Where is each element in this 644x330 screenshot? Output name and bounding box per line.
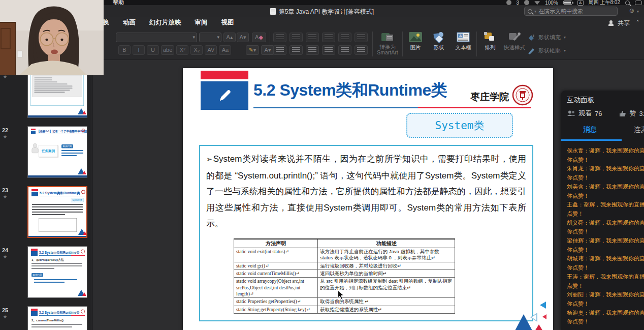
font-name-select[interactable]: ▾: [116, 33, 197, 42]
smartart-icon: [381, 32, 394, 43]
justify-button[interactable]: [322, 45, 335, 55]
numbering-button[interactable]: [289, 33, 303, 42]
system-class-badge[interactable]: System类: [406, 113, 513, 138]
slide-thumbnail-22[interactable]: 【任务5-1】记录一个子串在整串中出现的次数 任务案例 案例代码: [27, 126, 87, 178]
collapse-ribbon-chevron[interactable]: ⌃: [636, 19, 640, 25]
viewer-count: 观看76: [567, 109, 602, 118]
active-tab-underline: [561, 139, 622, 141]
text-format-button[interactable]: U: [147, 45, 159, 55]
insert-shapes-button[interactable]: 形状: [429, 32, 449, 51]
slide-thumbnail-25[interactable]: 5.2 System类和Runtime类 2、currentTimeMillis…: [27, 306, 87, 330]
control-center-icon[interactable]: [635, 1, 642, 5]
nav-previous-outline-arrow-icon[interactable]: [530, 313, 537, 322]
svg-text:A: A: [459, 34, 462, 38]
insert-picture-button[interactable]: 图片: [405, 32, 426, 51]
menubar-item[interactable]: 帮助: [113, 0, 124, 6]
screen-count: 3: [517, 0, 520, 6]
thumbnail-number: 22: [1, 127, 9, 133]
bullets-button[interactable]: [273, 33, 286, 42]
text-format-button[interactable]: AV: [205, 45, 217, 55]
text-format-button[interactable]: abe: [161, 45, 174, 55]
interaction-panel: 互动面板 观看76 赞 31 消息 连麦 侯永青：谢辉，我来围观你的直播啦，给你…: [561, 91, 644, 330]
text-format-button[interactable]: Aa: [219, 45, 231, 55]
method-declaration-cell: static void currentTimeMillis()↵: [234, 270, 318, 278]
table-header-description: 功能描述: [318, 239, 455, 248]
shape-fill-button[interactable]: 形状填充▾: [527, 34, 566, 41]
grow-font-button[interactable]: A▴: [223, 33, 236, 42]
slide-decor-red-triangle: [535, 324, 543, 330]
ribbon-tab[interactable]: 动画: [123, 18, 136, 27]
distribute-button[interactable]: [338, 45, 351, 55]
text-format-button[interactable]: I: [133, 45, 145, 55]
quick-styles-icon: [508, 32, 521, 43]
nav-previous-arrow-icon[interactable]: [540, 302, 546, 309]
text-format-button[interactable]: X₂: [190, 45, 203, 55]
animation-star-icon: ★: [2, 194, 9, 199]
smartart-group[interactable]: 转换为 SmartArt: [374, 32, 401, 55]
spotlight-search-icon[interactable]: [625, 1, 630, 5]
shrink-font-button[interactable]: A▾: [237, 33, 249, 42]
font-color-button[interactable]: A▾: [261, 45, 274, 55]
text-direction-button[interactable]: [355, 45, 368, 55]
search-scope-caret[interactable]: ▾: [534, 9, 536, 14]
animation-star-icon: ★: [2, 314, 9, 319]
globe-icon[interactable]: [524, 0, 529, 5]
columns-button[interactable]: [355, 33, 368, 42]
line-spacing-button[interactable]: [338, 33, 351, 42]
clear-formatting-button[interactable]: A◆: [252, 33, 266, 42]
text-format-button[interactable]: B: [118, 45, 131, 55]
university-seal-logo: [512, 84, 533, 106]
align-right-button[interactable]: [306, 45, 319, 55]
title-underline: [253, 107, 531, 108]
insert-textbox-button[interactable]: A 文本框: [452, 32, 474, 51]
like-count[interactable]: 赞 31: [619, 109, 644, 118]
slide-content-box[interactable]: ➢System类对读者来说并不陌生，因为在之前所学知识中，需要打印结果时，使用的…: [199, 145, 533, 321]
method-description-cell: 该方法用于终止当前正在运行的 Java 虚拟机，其中参数 status 表示状态…: [318, 248, 455, 262]
feedback-smiley-button[interactable]: ☺ ▾: [628, 7, 639, 14]
font-size-select[interactable]: ▾: [199, 33, 221, 42]
table-header-method: 方法声明: [234, 239, 318, 248]
table-row: static void currentTimeMillis()↵ 返回以毫秒为单…: [234, 270, 455, 278]
slide-title[interactable]: 5.2 System类和Runtime类: [253, 79, 447, 102]
panel-title: 互动面板: [567, 96, 594, 105]
shape-outline-icon: [527, 47, 535, 54]
chat-message: 刘美含：谢辉，我来围观你的直播啦，给你点赞！: [567, 183, 644, 200]
mic-status-icon[interactable]: [506, 0, 511, 5]
method-description-cell: 运行垃圾回收器，并对垃圾进行回收↵: [318, 262, 455, 269]
highlight-pen-button[interactable]: ✎▾: [246, 45, 259, 55]
increase-indent-button[interactable]: [322, 33, 335, 42]
system-methods-table[interactable]: 方法声明 功能描述 static void exit(int status)↵ …: [234, 238, 455, 314]
pencil-icon: [216, 87, 233, 104]
chat-message: 侯永青：谢辉，我来围观你的直播啦，给你点赞！: [567, 146, 644, 164]
shape-outline-button[interactable]: 形状轮廓▾: [527, 47, 566, 54]
quick-styles-button[interactable]: 快速样式: [503, 32, 526, 51]
tab-messages[interactable]: 消息: [583, 125, 597, 134]
text-format-button[interactable]: X²: [176, 45, 188, 55]
ribbon-tab[interactable]: 审阅: [195, 18, 208, 27]
presentation-search-input[interactable]: ▾ 在演示文稿中搜索: [524, 7, 618, 16]
method-description-cell: 返回以毫秒为单位的当前时间↵: [318, 270, 455, 278]
slide-canvas[interactable]: 5.2 System类和Runtime类 枣庄学院 System类 ➢Syste…: [183, 68, 553, 330]
chat-message-list[interactable]: 侯永青：谢辉，我来围观你的直播啦，给你点赞！朱肖龙：谢辉，我来围观你的直播啦，给…: [567, 146, 644, 326]
slide-thumbnail-24[interactable]: 5.2 System类和Runtime类 1、getProperties()方法…: [27, 246, 87, 298]
decrease-indent-button[interactable]: [306, 33, 319, 42]
method-declaration-cell: static void exit(int status)↵: [234, 248, 318, 262]
tab-mic-connect[interactable]: 连麦: [634, 125, 644, 134]
ribbon-tab[interactable]: 幻灯片放映: [149, 18, 181, 27]
slide-body-text: ➢System类对读者来说并不陌生，因为在之前所学知识中，需要打印结果时，使用的…: [206, 151, 526, 232]
share-button[interactable]: 共享: [608, 19, 630, 27]
slide-thumbnail-23-current[interactable]: 5.2 System类和Runtime类 System类: [27, 186, 87, 238]
table-row: static String getProperty(String key)↵ 获…: [234, 306, 455, 313]
align-left-button[interactable]: [273, 45, 286, 55]
input-method-icon[interactable]: A: [577, 0, 584, 6]
table-row: static void gc()↵ 运行垃圾回收器，并对垃圾进行回收↵: [234, 262, 455, 269]
screen: 窗口帮助 3 100% A 周四 上午8:02 第5章 Java API 教学设…: [0, 0, 644, 330]
university-name: 枣庄学院: [470, 91, 509, 104]
align-center-button[interactable]: [289, 45, 303, 55]
presenter-video: [0, 0, 104, 75]
menubar-clock[interactable]: 周四 上午8:02: [589, 0, 620, 6]
arrange-button[interactable]: 排列: [479, 32, 501, 51]
chat-message: 王涛：谢辉，我来围观你的直播啦，给你点赞！: [567, 273, 644, 290]
wifi-icon[interactable]: [534, 1, 540, 5]
ribbon-tab[interactable]: 视图: [221, 18, 234, 27]
